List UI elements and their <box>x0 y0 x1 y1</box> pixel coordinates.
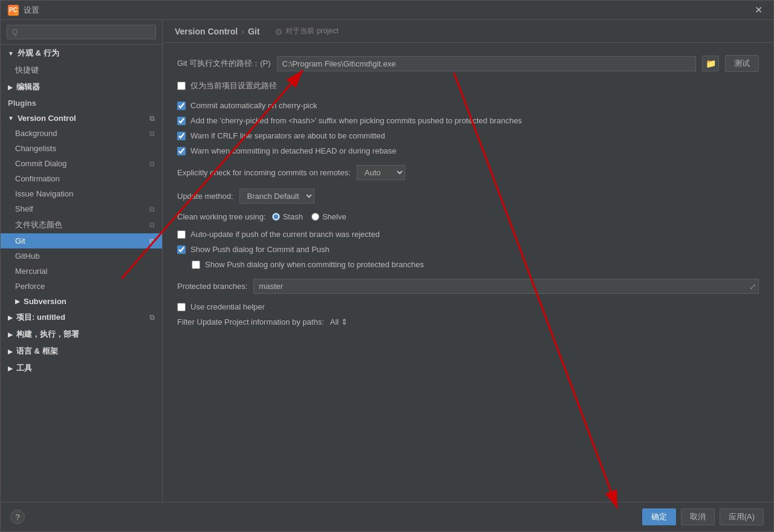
chevron-right-icon-svn: ▶ <box>15 298 20 305</box>
copy-icon-cd: ⧉ <box>149 160 155 168</box>
browse-button[interactable]: 📁 <box>702 56 719 71</box>
filter-update-row: Filter Update Project information by pat… <box>177 317 759 326</box>
protected-branches-input[interactable] <box>253 279 759 294</box>
show-push-dialog-label: Show Push dialog for Commit and Push <box>190 245 330 254</box>
expand-button[interactable]: ⤢ <box>749 282 756 291</box>
main-panel: Version Control › Git ⊙ 对于当前 project Git… <box>163 20 773 502</box>
copy-icon-vc: ⧉ <box>149 114 155 123</box>
show-push-protected-label: Show Push dialog only when committing to… <box>205 260 424 269</box>
shelve-radio[interactable] <box>311 213 319 221</box>
crlf-warn-label: Warn if CRLF line separators are about t… <box>190 131 385 140</box>
cancel-button[interactable]: 取消 <box>681 508 715 525</box>
protected-branches-container: ⤢ <box>253 279 759 294</box>
content: ▼ 外观 & 行为 快捷键 ▶ 编辑器 Plugins ▼ Version Co… <box>1 20 773 502</box>
sidebar-item-project[interactable]: ▶ 项目: untitled ⧉ <box>1 309 162 326</box>
breadcrumb: Version Control › Git ⊙ 对于当前 project <box>163 20 773 43</box>
breadcrumb-badge: ⊙ 对于当前 project <box>275 26 338 36</box>
update-method-dropdown[interactable]: Branch Default Merge Rebase <box>239 189 314 204</box>
breadcrumb-current: Git <box>248 27 259 36</box>
auto-update-checkbox[interactable] <box>177 230 186 239</box>
only-for-project-label: 仅为当前项目设置此路径 <box>190 80 277 91</box>
help-button[interactable]: ? <box>10 510 25 524</box>
update-method-label: Update method: <box>177 192 233 201</box>
badge-text: 对于当前 project <box>285 26 338 36</box>
shelve-label: Shelve <box>322 212 346 221</box>
detached-head-label: Warn when committing in detached HEAD or… <box>190 146 397 155</box>
sidebar-item-confirmation[interactable]: Confirmation <box>1 171 162 186</box>
stash-label: Stash <box>283 212 303 221</box>
sidebar-item-appearance[interactable]: ▼ 外观 & 行为 <box>1 45 162 62</box>
show-push-protected-row: Show Push dialog only when committing to… <box>177 260 759 269</box>
cherry-pick-row: Commit automatically on cherry-pick <box>177 101 759 110</box>
chevron-right-icon-tools: ▶ <box>8 365 13 372</box>
app-icon: PC <box>8 5 19 16</box>
breadcrumb-separator: › <box>241 27 244 36</box>
breadcrumb-parent: Version Control <box>175 27 238 36</box>
sidebar-item-github[interactable]: GitHub <box>1 248 162 264</box>
detached-head-row: Warn when committing in detached HEAD or… <box>177 146 759 155</box>
sidebar-item-perforce[interactable]: Perforce <box>1 279 162 294</box>
credential-helper-label: Use credential helper <box>190 302 265 311</box>
sidebar-item-subversion[interactable]: ▶ Subversion <box>1 294 162 309</box>
cherry-pick-suffix-label: Add the 'cherry-picked from <hash>' suff… <box>190 116 522 125</box>
auto-update-label: Auto-update if push of the current branc… <box>190 230 380 239</box>
sidebar-item-commit-dialog[interactable]: Commit Dialog ⧉ <box>1 156 162 171</box>
show-push-dialog-checkbox[interactable] <box>177 245 186 254</box>
sidebar-item-shelf[interactable]: Shelf ⧉ <box>1 201 162 216</box>
crlf-warn-checkbox[interactable] <box>177 132 186 140</box>
bottom-bar-left: ? <box>10 510 25 524</box>
chevron-down-icon: ▼ <box>8 50 14 57</box>
cherry-pick-suffix-row: Add the 'cherry-picked from <hash>' suff… <box>177 116 759 125</box>
ok-button[interactable]: 确定 <box>642 508 676 525</box>
detached-head-checkbox[interactable] <box>177 147 186 155</box>
cherry-pick-label: Commit automatically on cherry-pick <box>190 101 317 110</box>
incoming-commits-dropdown[interactable]: Auto Always Never <box>357 165 405 180</box>
show-push-protected-checkbox[interactable] <box>192 261 200 269</box>
sidebar-item-language[interactable]: ▶ 语言 & 框架 <box>1 343 162 360</box>
sidebar-item-editor[interactable]: ▶ 编辑器 <box>1 79 162 96</box>
sidebar-item-background[interactable]: Background ⧉ <box>1 126 162 141</box>
chevron-down-icon-vc: ▼ <box>8 115 14 122</box>
credential-helper-checkbox[interactable] <box>177 303 186 311</box>
copy-icon-bg: ⧉ <box>149 129 155 138</box>
chevron-right-icon-lang: ▶ <box>8 348 13 355</box>
stash-radio[interactable] <box>272 213 280 221</box>
git-path-input[interactable] <box>277 56 696 71</box>
sidebar-item-issue-navigation[interactable]: Issue Navigation <box>1 186 162 201</box>
sidebar: ▼ 外观 & 行为 快捷键 ▶ 编辑器 Plugins ▼ Version Co… <box>1 20 163 502</box>
bottom-bar: ? 确定 取消 应用(A) <box>1 502 773 531</box>
filter-update-value: All ⇕ <box>330 317 348 326</box>
protected-branches-row: Protected branches: ⤢ <box>177 279 759 294</box>
clean-tree-row: Clean working tree using: Stash Shelve <box>177 212 759 221</box>
shelve-radio-row: Shelve <box>311 212 346 221</box>
sidebar-item-file-status-color[interactable]: 文件状态颜色 ⧉ <box>1 216 162 233</box>
sidebar-item-changelists[interactable]: Changelists <box>1 141 162 156</box>
auto-update-row: Auto-update if push of the current branc… <box>177 230 759 239</box>
cherry-pick-suffix-checkbox[interactable] <box>177 117 186 125</box>
sidebar-item-mercurial[interactable]: Mercurial <box>1 264 162 279</box>
git-path-label: Git 可执行文件的路径：(P) <box>177 58 271 69</box>
search-input[interactable] <box>7 25 156 39</box>
close-button[interactable]: ✕ <box>751 3 766 17</box>
test-button[interactable]: 测试 <box>725 55 759 72</box>
settings-dialog: PC 设置 ✕ ▼ 外观 & 行为 快捷键 ▶ 编辑器 Plugins <box>0 0 774 532</box>
clean-tree-label: Clean working tree using: <box>177 212 266 221</box>
crlf-warn-row: Warn if CRLF line separators are about t… <box>177 131 759 140</box>
sidebar-item-git[interactable]: Git ⧉ <box>1 233 162 248</box>
settings-panel: Git 可执行文件的路径：(P) 📁 测试 仅为当前项目设置此路径 Commit… <box>163 43 773 502</box>
apply-button[interactable]: 应用(A) <box>720 508 764 525</box>
sidebar-item-build[interactable]: ▶ 构建，执行，部署 <box>1 326 162 343</box>
window-title: 设置 <box>24 5 39 16</box>
sidebar-item-shortcuts[interactable]: 快捷键 <box>1 62 162 79</box>
git-path-row: Git 可执行文件的路径：(P) 📁 测试 <box>177 55 759 72</box>
cherry-pick-checkbox[interactable] <box>177 102 186 110</box>
protected-branches-label: Protected branches: <box>177 282 247 291</box>
sidebar-item-plugins[interactable]: Plugins <box>1 96 162 111</box>
sidebar-item-tools[interactable]: ▶ 工具 <box>1 360 162 377</box>
sidebar-item-version-control[interactable]: ▼ Version Control ⧉ <box>1 111 162 126</box>
only-for-project-row: 仅为当前项目设置此路径 <box>177 80 759 91</box>
chevron-right-icon: ▶ <box>8 84 13 91</box>
update-method-row: Update method: Branch Default Merge Reba… <box>177 189 759 204</box>
copy-icon-fsc: ⧉ <box>149 221 155 229</box>
only-for-project-checkbox[interactable] <box>177 82 186 90</box>
